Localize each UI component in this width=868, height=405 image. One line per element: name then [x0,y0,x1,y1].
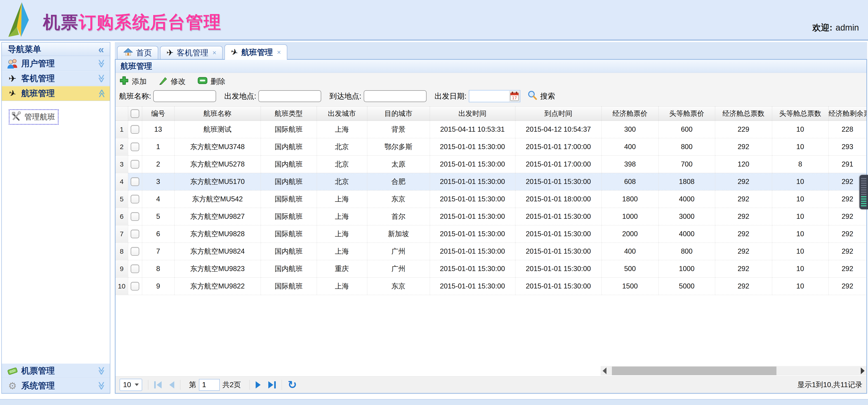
table-row[interactable]: 5 4 东方航空MU542 国际航班 上海 东京 2015-01-01 15:3… [116,190,866,208]
sidebar-item-ticket-management[interactable]: 机票管理 ≫ [2,364,110,378]
page-title: 机票订购系统后台管理 [43,11,221,34]
divider [148,380,148,390]
flight-name-input[interactable] [153,90,216,102]
col-flight-type[interactable]: 航班类型 [260,107,317,121]
tab-aircraft-management[interactable]: ✈ 客机管理 × [160,46,223,59]
col-arrive-time[interactable]: 到点时间 [515,107,601,121]
cell-id: 3 [142,173,174,190]
cell-arrive-time: 2015-01-01 15:30:00 [515,242,601,260]
calendar-icon[interactable]: 17 [509,91,520,102]
table-row[interactable]: 1 13 航班测试 国际航班 上海 背景 2015-04-11 10:53:31… [116,121,866,138]
cell-depart-city: 上海 [317,208,367,225]
row-checkbox[interactable] [131,177,139,186]
sidebar-item-aircraft-management[interactable]: ✈ 客机管理 ≫ [2,71,110,86]
col-flight-name[interactable]: 航班名称 [174,107,260,121]
col-depart-time[interactable]: 出发时间 [430,107,515,121]
rownum-header [116,107,128,121]
table-row[interactable]: 6 5 东方航空MU9827 国际航班 上海 首尔 2015-01-01 15:… [116,208,866,225]
select-all-checkbox[interactable] [131,109,139,118]
row-checkbox[interactable] [131,282,139,290]
footer-strip [0,399,868,405]
prev-page-button[interactable] [169,381,174,388]
arrive-place-input[interactable] [364,90,427,102]
row-checkbox[interactable] [131,264,139,273]
col-dest-city[interactable]: 目的城市 [367,107,430,121]
cell-economy-remaining: 292 [829,225,866,242]
close-tab-icon[interactable]: × [277,49,281,56]
cell-flight-type: 国际航班 [260,208,317,225]
horizontal-scrollbar[interactable] [600,366,866,376]
page-number-input[interactable] [199,379,220,391]
tab-label: 首页 [136,48,152,58]
depart-date-input[interactable] [469,90,509,102]
close-tab-icon[interactable]: × [213,49,217,57]
row-checkbox[interactable] [131,125,139,134]
col-first-total[interactable]: 头等舱总票数 [772,107,829,121]
table-row[interactable]: 2 1 东方航空MU3748 国内航班 北京 鄂尔多斯 2015-01-01 1… [116,138,866,155]
table-body: 1 13 航班测试 国际航班 上海 背景 2015-04-11 10:53:31… [116,121,866,295]
table-row[interactable]: 10 9 东方航空MU9822 国际航班 上海 东京 2015-01-01 15… [116,278,866,295]
edit-button[interactable]: 修改 [158,76,186,87]
col-depart-city[interactable]: 出发城市 [317,107,367,121]
submenu-item-manage-flights[interactable]: 管理航班 [9,110,58,124]
table-row[interactable]: 8 7 东方航空MU9824 国内航班 上海 广州 2015-01-01 15:… [116,242,866,260]
cell-flight-name: 东方航空MU9822 [174,278,260,295]
next-page-button[interactable] [256,381,260,388]
row-checkbox[interactable] [131,212,139,221]
tab-flight-management[interactable]: ✈ 航班管理 × [224,45,287,60]
cell-economy-price: 398 [601,155,658,173]
cell-flight-name: 东方航空MU542 [174,190,260,208]
cell-first-price: 700 [658,155,715,173]
search-button[interactable]: 搜索 [527,90,555,102]
collapse-sidebar-icon[interactable]: « [98,44,104,55]
cell-first-price: 4000 [658,190,715,208]
paper-plane-logo [3,1,38,40]
cell-dest-city: 太原 [367,155,430,173]
cell-dest-city: 首尔 [367,208,430,225]
search-button-label: 搜索 [540,91,555,102]
scroll-right-arrow-icon[interactable] [861,368,865,374]
row-checkbox[interactable] [131,195,139,203]
row-number-cell: 8 [116,242,128,260]
horizontal-scrollbar-thumb[interactable] [612,367,776,375]
table-row[interactable]: 3 2 东方航空MU5278 国内航班 北京 太原 2015-01-01 15:… [116,155,866,173]
col-id[interactable]: 编号 [142,107,174,121]
row-number-cell: 4 [116,173,128,190]
svg-text:17: 17 [512,96,517,100]
cell-first-total: 10 [772,278,829,295]
col-economy-remaining[interactable]: 经济舱剩余票数 [829,107,866,121]
select-all-header [128,107,142,121]
col-first-price[interactable]: 头等舱票价 [658,107,715,121]
tab-home[interactable]: 首页 [117,46,158,59]
col-economy-price[interactable]: 经济舱票价 [601,107,658,121]
sidebar-item-label: 系统管理 [21,380,55,392]
sidebar-item-user-management[interactable]: 用户管理 ≫ [2,56,110,71]
refresh-icon[interactable]: ↻ [288,379,297,390]
col-economy-total[interactable]: 经济舱总票数 [715,107,772,121]
cell-id: 13 [142,121,174,138]
sidebar-item-flight-management[interactable]: ✈ 航班管理 ≫ [2,86,110,101]
row-checkbox[interactable] [131,230,139,238]
first-page-button[interactable] [154,381,162,388]
scroll-left-arrow-icon[interactable] [602,368,607,374]
title-part-1: 机票 [43,12,79,32]
table-row[interactable]: 9 8 东方航空MU9823 国内航班 重庆 广州 2015-01-01 15:… [116,260,866,278]
vertical-scrollbar-thumb[interactable] [860,175,868,209]
row-checkbox[interactable] [131,247,139,256]
depart-place-input[interactable] [258,90,321,102]
table-row[interactable]: 7 6 东方航空MU9828 国际航班 上海 新加坡 2015-01-01 15… [116,225,866,242]
cell-economy-total: 292 [715,225,772,242]
cell-flight-type: 国际航班 [260,190,317,208]
cell-economy-remaining: 291 [829,155,866,173]
row-checkbox[interactable] [131,160,139,169]
row-checkbox[interactable] [131,143,139,151]
last-page-button[interactable] [268,381,276,388]
sidebar-item-system-management[interactable]: ⚙ 系统管理 ≫ [2,378,110,393]
delete-button[interactable]: 删除 [197,76,225,87]
add-button[interactable]: 添加 [119,76,147,87]
cell-dest-city: 东京 [367,190,430,208]
row-checkbox-cell [128,138,142,155]
table-row[interactable]: 4 3 东方航空MU5170 国内航班 北京 合肥 2015-01-01 15:… [116,173,866,190]
page-size-select[interactable]: 10 [120,379,142,391]
cell-depart-time: 2015-01-01 15:30:00 [430,278,515,295]
